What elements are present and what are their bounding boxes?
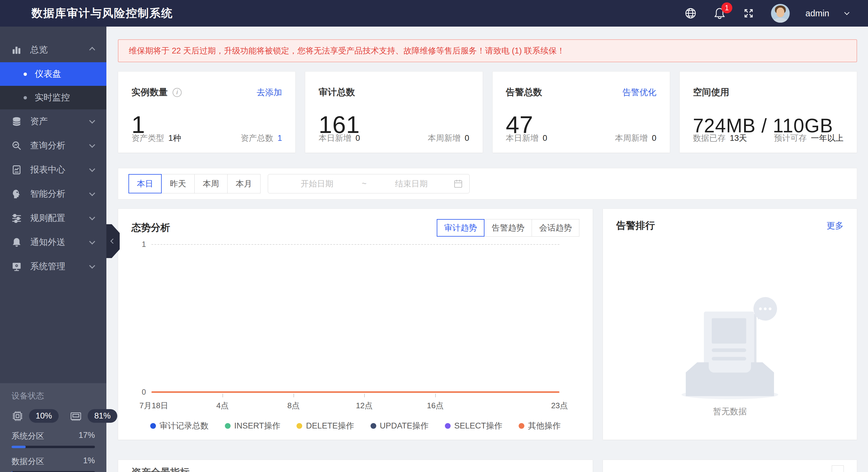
warning-text: 维保期将于 22 天后过期，升级功能将被锁定，您将无法享受产品技术支持、故障维修… — [129, 45, 565, 56]
legend-dot-icon — [150, 423, 156, 429]
mini-control-box[interactable] — [832, 465, 844, 472]
x-axis-tickmark — [222, 394, 223, 397]
notification-badge: 1 — [721, 2, 732, 13]
device-usage-row: 10% 81% — [11, 409, 95, 423]
sidebar-item-notification-delivery[interactable]: 通知外送 — [0, 230, 106, 254]
cpu-icon — [11, 410, 24, 422]
legend-dot-icon — [225, 423, 230, 429]
x-axis-label: 4点 — [216, 400, 228, 411]
sidebar-item-assets[interactable]: 资产 — [0, 109, 106, 133]
stat-footer-label: 资产总数 — [241, 133, 273, 143]
memory-icon — [69, 410, 82, 422]
legend-item-select[interactable]: SELECT操作 — [445, 420, 502, 431]
stat-footer-value: 0 — [652, 133, 656, 143]
legend-label: INSERT操作 — [234, 420, 280, 431]
y-axis-tick-zero: 0 — [142, 388, 146, 397]
filter-button-today[interactable]: 本日 — [128, 174, 162, 193]
start-date-placeholder: 开始日期 — [275, 178, 359, 189]
sidebar-item-rule-config[interactable]: 规则配置 — [0, 206, 106, 230]
filter-button-this-week[interactable]: 本周 — [194, 174, 227, 193]
cpu-usage-badge: 10% — [29, 409, 59, 423]
filter-button-yesterday[interactable]: 昨天 — [161, 174, 195, 193]
info-icon[interactable]: i — [173, 88, 182, 97]
stat-footer-label: 预计可存 — [774, 133, 807, 143]
memory-usage-badge: 81% — [88, 409, 117, 423]
header-actions: 1 admin — [684, 4, 849, 23]
sidebar-item-query-analysis[interactable]: 查询分析 — [0, 133, 106, 158]
add-instance-link[interactable]: 去添加 — [256, 87, 282, 98]
sidebar-subitem-label: 实时监控 — [35, 92, 70, 104]
legend-item-audit-records[interactable]: 审计记录总数 — [150, 420, 209, 431]
stat-title: 告警总数 — [506, 86, 542, 98]
sidebar-item-overview[interactable]: 总览 — [0, 37, 106, 62]
user-avatar[interactable] — [771, 4, 790, 23]
asset-panorama-card: 资产全景指标 — [118, 460, 593, 472]
bullet-dot-icon — [24, 96, 27, 99]
chevron-down-icon — [89, 239, 95, 245]
tab-audit-trend[interactable]: 审计趋势 — [437, 219, 485, 237]
stat-footer-value: 一年以上 — [811, 133, 843, 143]
y-axis-tick-max: 1 — [142, 240, 146, 249]
ai-head-icon — [11, 188, 22, 200]
device-status-panel: 设备状态 10% 81% 系统分区 17% — [0, 383, 106, 472]
end-date-placeholder: 结束日期 — [369, 178, 454, 189]
more-link[interactable]: 更多 — [827, 220, 843, 231]
legend-item-insert[interactable]: INSERT操作 — [225, 420, 280, 431]
sidebar-item-realtime-monitor[interactable]: 实时监控 — [0, 86, 106, 109]
maintenance-warning-banner: 维保期将于 22 天后过期，升级功能将被锁定，您将无法享受产品技术支持、故障维修… — [118, 39, 857, 62]
trend-analysis-card: 态势分析 审计趋势 告警趋势 会话趋势 1 0 7月18日 4点 8点 12点 … — [118, 209, 593, 440]
chevron-down-icon — [89, 142, 95, 148]
alarm-optimize-link[interactable]: 告警优化 — [623, 87, 656, 98]
sidebar-item-label: 智能分析 — [30, 188, 90, 200]
sidebar-item-report-center[interactable]: 报表中心 — [0, 158, 106, 182]
stat-card-audit-total: 审计总数 161 本日新增0 本周新增0 — [305, 71, 483, 153]
progress-fill — [11, 446, 26, 448]
gridline-dashed — [151, 244, 559, 245]
partition-label: 数据分区 — [11, 456, 44, 467]
notifications-bell-icon[interactable]: 1 — [713, 7, 726, 20]
illustration-paper-line — [712, 357, 746, 360]
partition-value: 1% — [83, 456, 95, 467]
partition-value: 17% — [79, 431, 95, 441]
stat-footer-value[interactable]: 1 — [277, 133, 282, 143]
database-icon — [11, 116, 22, 127]
stat-footer-value: 0 — [355, 133, 360, 143]
calendar-icon[interactable] — [454, 179, 463, 188]
report-icon — [11, 164, 22, 176]
legend-label: 其他操作 — [528, 420, 561, 431]
filter-button-this-month[interactable]: 本月 — [227, 174, 260, 193]
legend-item-other[interactable]: 其他操作 — [519, 420, 561, 431]
sidebar-item-label: 查询分析 — [30, 139, 90, 152]
stat-title: 实例数量 — [131, 86, 168, 98]
monitor-gear-icon — [11, 261, 22, 272]
user-menu-chevron-icon[interactable] — [844, 10, 849, 15]
username[interactable]: admin — [805, 8, 829, 19]
x-axis-tickmark — [293, 394, 294, 397]
legend-item-update[interactable]: UPDATE操作 — [371, 420, 429, 431]
illustration-paper-image — [712, 318, 746, 344]
chevron-down-icon — [89, 118, 95, 124]
partition-row-system: 系统分区 17% — [11, 431, 95, 441]
chevron-down-icon — [89, 262, 95, 269]
sidebar-item-system-management[interactable]: 系统管理 — [0, 254, 106, 279]
stat-title: 空间使用 — [693, 86, 729, 98]
sidebar-item-dashboard[interactable]: 仪表盘 — [0, 62, 106, 86]
date-range-separator: ~ — [359, 179, 369, 189]
stat-footer-value: 0 — [465, 133, 469, 143]
bottom-right-card — [602, 460, 857, 472]
legend-item-delete[interactable]: DELETE操作 — [297, 420, 354, 431]
fullscreen-icon[interactable] — [742, 7, 755, 20]
legend-label: DELETE操作 — [306, 420, 354, 431]
stat-footer-label: 资产类型 — [131, 133, 164, 143]
date-range-input[interactable]: 开始日期 ~ 结束日期 — [268, 174, 470, 193]
sidebar: 总览 仪表盘 实时监控 资产 — [0, 27, 106, 472]
alarm-ranking-title: 告警排行 — [616, 219, 655, 232]
partition-row-data: 数据分区 1% — [11, 456, 95, 467]
sidebar-item-ai-analysis[interactable]: 智能分析 — [0, 182, 106, 206]
chevron-down-icon — [89, 214, 95, 220]
legend-dot-icon — [519, 423, 524, 429]
stat-footer-value: 0 — [543, 133, 547, 143]
language-globe-icon[interactable] — [684, 7, 697, 20]
legend-dot-icon — [297, 423, 302, 429]
partition-label: 系统分区 — [11, 431, 44, 441]
